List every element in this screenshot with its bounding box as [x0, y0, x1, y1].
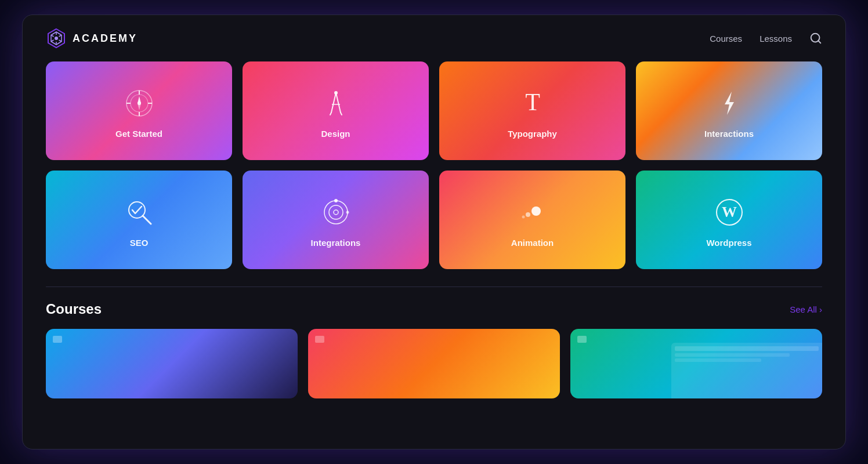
category-card-interactions[interactable]: Interactions: [636, 61, 822, 160]
course-card-2[interactable]: [308, 329, 560, 398]
category-card-design[interactable]: Design: [243, 61, 429, 160]
interactions-icon: [712, 86, 747, 121]
course-card-1[interactable]: [46, 329, 298, 398]
typography-label: Typography: [508, 129, 557, 139]
seo-icon: [122, 195, 157, 230]
course-card-3-window: [577, 336, 587, 343]
logo-icon: [46, 28, 67, 49]
course-card-2-window: [315, 336, 324, 343]
design-icon: [319, 86, 353, 121]
svg-point-23: [334, 91, 338, 95]
svg-line-24: [330, 113, 331, 115]
svg-point-31: [329, 205, 343, 219]
seo-label: SEO: [130, 238, 149, 248]
svg-point-35: [531, 206, 541, 216]
get-started-icon: [122, 86, 157, 121]
logo[interactable]: ACADEMY: [46, 28, 138, 49]
search-button[interactable]: [809, 32, 822, 45]
see-all-button[interactable]: See All ›: [790, 304, 822, 314]
category-card-get-started[interactable]: Get Started: [46, 61, 232, 160]
svg-line-21: [336, 93, 341, 113]
svg-text:T: T: [525, 89, 540, 115]
svg-point-2: [55, 37, 58, 40]
integrations-label: Integrations: [311, 238, 361, 248]
animation-icon: [515, 195, 550, 230]
section-divider: [46, 287, 822, 287]
category-card-typography[interactable]: T Typography: [439, 61, 625, 160]
wordpress-icon: W: [712, 195, 747, 230]
svg-text:W: W: [722, 204, 737, 220]
interactions-label: Interactions: [704, 129, 754, 139]
header: ACADEMY Courses Lessons: [23, 15, 845, 61]
course-card-1-window: [53, 336, 62, 343]
main-content: Get Started Design: [23, 61, 845, 416]
svg-point-34: [346, 211, 349, 214]
svg-point-32: [334, 210, 338, 215]
svg-line-10: [818, 41, 820, 43]
app-container: ACADEMY Courses Lessons: [22, 14, 846, 449]
course-card-3-content: [671, 343, 822, 398]
category-card-seo[interactable]: SEO: [46, 171, 232, 269]
course-card-3[interactable]: [570, 329, 822, 398]
category-card-animation[interactable]: Animation: [439, 171, 625, 269]
svg-marker-27: [725, 92, 734, 115]
nav-courses[interactable]: Courses: [710, 34, 742, 44]
get-started-label: Get Started: [115, 129, 162, 139]
category-grid: Get Started Design: [46, 61, 822, 269]
wordpress-label: Wordpress: [706, 238, 751, 248]
animation-label: Animation: [511, 238, 554, 248]
svg-point-30: [324, 201, 348, 224]
svg-point-36: [526, 212, 530, 217]
category-card-wordpress[interactable]: W Wordpress: [636, 171, 822, 269]
main-nav: Courses Lessons: [710, 32, 822, 45]
app-title: ACADEMY: [73, 32, 138, 45]
svg-line-25: [341, 113, 342, 115]
svg-point-37: [522, 216, 525, 219]
integrations-icon: [319, 195, 353, 230]
courses-header: Courses See All ›: [46, 301, 822, 317]
category-card-integrations[interactable]: Integrations: [243, 171, 429, 269]
nav-lessons[interactable]: Lessons: [760, 34, 792, 44]
svg-line-20: [331, 93, 336, 113]
courses-title: Courses: [46, 301, 102, 317]
typography-icon: T: [515, 86, 550, 121]
course-grid: [46, 329, 822, 398]
svg-line-29: [143, 216, 151, 224]
design-label: Design: [321, 129, 350, 139]
svg-point-33: [334, 199, 338, 202]
